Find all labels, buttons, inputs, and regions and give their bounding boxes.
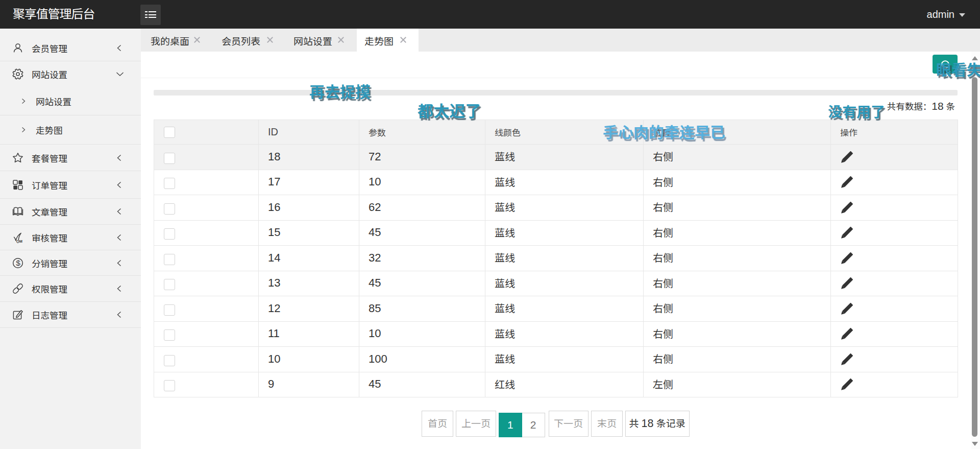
svg-text:QM: QM [16,239,22,243]
svg-text:$: $ [16,258,20,267]
